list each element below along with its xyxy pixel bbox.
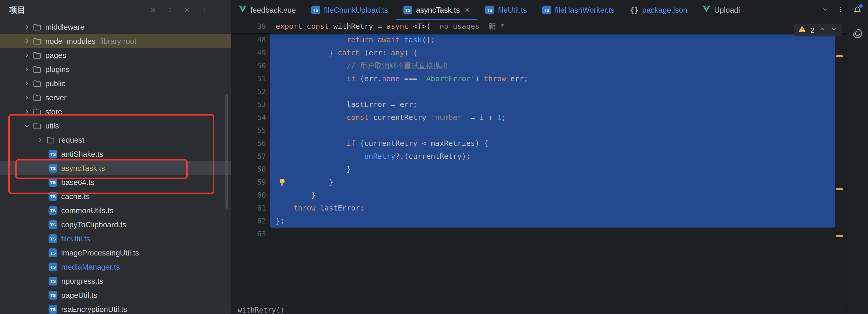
code-area[interactable]: 39export const withRetry = async <T>( no…	[231, 20, 847, 306]
code-line-50[interactable]: 50 // 用户取消则不重试直接抛出	[231, 59, 847, 72]
code-line-56[interactable]: 56 if (currentRetry < maxRetries) {	[231, 137, 847, 150]
code-line-51[interactable]: 51 if (err.name === 'AbortError') throw …	[231, 72, 847, 85]
tree-chevron-icon[interactable]	[21, 38, 32, 44]
tree-item-rsaencryptionutil-ts[interactable]: TSrsaEncryptionUtil.ts	[0, 302, 231, 314]
editor-tab-bar: feedback.vueTSfileChunkUpload.tsTSasyncT…	[231, 0, 847, 20]
tree-item-public[interactable]: public	[0, 76, 231, 91]
tab-overflow-chevron-icon[interactable]	[822, 6, 829, 14]
code-text: if (err.name === 'AbortError') throw err…	[276, 72, 528, 85]
code-line-58[interactable]: 58 }	[231, 163, 847, 176]
tree-item-cache-ts[interactable]: TScache.ts	[0, 189, 231, 204]
line-number: 58	[231, 163, 266, 176]
tree-item-plugins[interactable]: plugins	[0, 62, 231, 76]
inspections-widget[interactable]: 2	[794, 24, 842, 36]
tree-chevron-icon[interactable]	[21, 108, 32, 115]
tabs-more-icon[interactable]	[837, 6, 844, 14]
code-text: }	[276, 163, 351, 176]
tree-chevron-icon[interactable]	[21, 52, 32, 59]
tree-item-label: request	[59, 136, 85, 145]
tree-item-mediamanager-ts[interactable]: TSmediaManager.ts	[0, 260, 231, 274]
project-panel-header: 项目	[0, 0, 231, 20]
right-tool-strip	[846, 0, 868, 314]
code-line-59[interactable]: 59 }	[231, 176, 847, 189]
notifications-bell-icon[interactable]	[852, 4, 863, 15]
code-line-54[interactable]: 54 const currentRetry :number = i + 1;	[231, 111, 847, 124]
tree-item-label: mediaManager.ts	[61, 263, 120, 272]
code-line-55[interactable]: 55	[231, 124, 847, 137]
code-line-62[interactable]: 62};	[231, 215, 847, 228]
tab-label: Uploadi	[714, 6, 740, 15]
tab-bar-controls	[818, 0, 844, 20]
folder-icon	[32, 79, 42, 88]
tree-item-pageutil-ts[interactable]: TSpageUtil.ts	[0, 288, 231, 302]
code-line-48[interactable]: 48 return await task();	[231, 34, 847, 46]
tree-item-request[interactable]: request	[0, 133, 231, 147]
tree-item-imageprocessingutil-ts[interactable]: TSimageProcessingUtil.ts	[0, 246, 231, 260]
line-number: 60	[231, 189, 266, 202]
tree-item-node-modules[interactable]: node_moduleslibrary root	[0, 34, 231, 48]
code-line-57[interactable]: 57 onRetry?.(currentRetry);	[231, 150, 847, 163]
folder-icon	[32, 37, 42, 45]
tree-item-asynctask-ts[interactable]: TSasyncTask.ts	[0, 161, 231, 175]
tree-chevron-icon[interactable]	[21, 80, 32, 87]
tree-chevron-icon[interactable]	[21, 66, 32, 73]
close-icon[interactable]	[183, 6, 191, 14]
sticky-function-header[interactable]: 39export const withRetry = async <T>( no…	[231, 20, 847, 33]
tree-item-utils[interactable]: utils	[0, 119, 231, 133]
ai-assistant-icon[interactable]	[851, 28, 863, 39]
tree-item-fileutil-ts[interactable]: TSfileUtil.ts	[0, 232, 231, 246]
code-text: // 用户取消则不重试直接抛出	[276, 59, 448, 72]
tree-item-label: base64.ts	[61, 178, 94, 187]
line-number: 61	[231, 202, 266, 215]
tab-close-icon[interactable]: ×	[465, 6, 470, 14]
code-line-49[interactable]: 49 } catch (err: any) {	[231, 46, 847, 59]
tree-item-copytoclipboard-ts[interactable]: TScopyToClipboard.ts	[0, 217, 231, 232]
tree-scrollbar[interactable]	[225, 94, 228, 209]
code-line-53[interactable]: 53 lastError = err;	[231, 98, 847, 111]
ts-icon: TS	[48, 164, 58, 173]
line-number: 57	[231, 150, 266, 163]
tree-item-pages[interactable]: pages	[0, 48, 231, 62]
next-problem-button[interactable]	[830, 24, 838, 37]
tab-feedback-vue[interactable]: feedback.vue	[231, 0, 304, 20]
breadcrumb[interactable]: withRetry()	[238, 306, 284, 314]
tab-label: package.json	[642, 6, 687, 15]
tree-item-store[interactable]: store	[0, 105, 231, 119]
code-line-52[interactable]: 52	[231, 85, 847, 98]
tree-item-label: nporgress.ts	[61, 277, 103, 286]
tree-item-label: antiShake.ts	[61, 150, 103, 159]
tab-filehashworker-ts[interactable]: TSfileHashWorker.ts	[535, 0, 622, 20]
error-stripe-tick[interactable]	[836, 188, 843, 190]
code-line-63[interactable]: 63	[231, 228, 847, 241]
tree-chevron-icon[interactable]	[21, 24, 32, 30]
folder-icon	[32, 93, 42, 102]
tree-item-nporgress-ts[interactable]: TSnporgress.ts	[0, 274, 231, 288]
tree-chevron-icon[interactable]	[35, 137, 46, 143]
tab-fileutil-ts[interactable]: TSfileUtil.ts	[477, 0, 534, 20]
error-stripe-tick[interactable]	[836, 55, 843, 57]
tree-item-middleware[interactable]: middleware	[0, 20, 231, 34]
collapse-all-icon[interactable]	[166, 6, 174, 14]
code-text: };	[276, 215, 284, 228]
previous-problem-button[interactable]	[818, 24, 826, 37]
code-line-60[interactable]: 60 }	[231, 189, 847, 202]
tree-chevron-icon[interactable]	[24, 120, 30, 131]
code-line-61[interactable]: 61 throw lastError;	[231, 202, 847, 215]
lightbulb-icon[interactable]	[277, 177, 288, 187]
tree-item-server[interactable]: server	[0, 91, 231, 105]
tab-package-json[interactable]: {}package.json	[622, 0, 695, 20]
tab-filechunkupload-ts[interactable]: TSfileChunkUpload.ts	[304, 0, 396, 20]
tab-asynctask-ts[interactable]: TSasyncTask.ts×	[396, 0, 477, 20]
more-options-icon[interactable]	[200, 6, 208, 14]
tree-item-antishake-ts[interactable]: TSantiShake.ts	[0, 147, 231, 161]
tree-item-label: fileUtil.ts	[61, 234, 90, 243]
line-number: 48	[231, 34, 266, 46]
error-stripe-tick[interactable]	[836, 235, 843, 237]
locate-icon[interactable]	[149, 6, 157, 14]
tree-chevron-icon[interactable]	[21, 94, 32, 101]
tree-item-commonutils-ts[interactable]: TScommonUtils.ts	[0, 204, 231, 217]
tab-uploadi[interactable]: Uploadi	[695, 0, 748, 20]
hide-panel-icon[interactable]	[217, 6, 225, 14]
project-panel-title[interactable]: 项目	[9, 5, 25, 15]
tree-item-base64-ts[interactable]: TSbase64.ts	[0, 175, 231, 189]
